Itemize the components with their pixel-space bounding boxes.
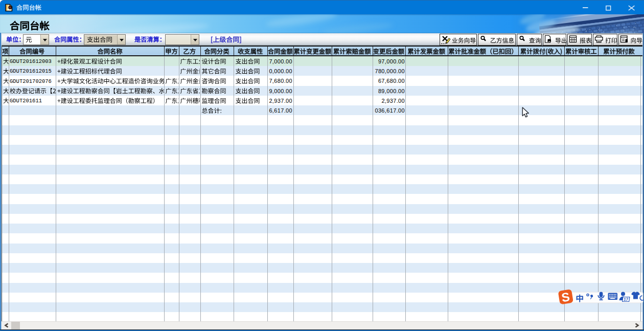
svg-text:17: 17 (623, 297, 629, 302)
